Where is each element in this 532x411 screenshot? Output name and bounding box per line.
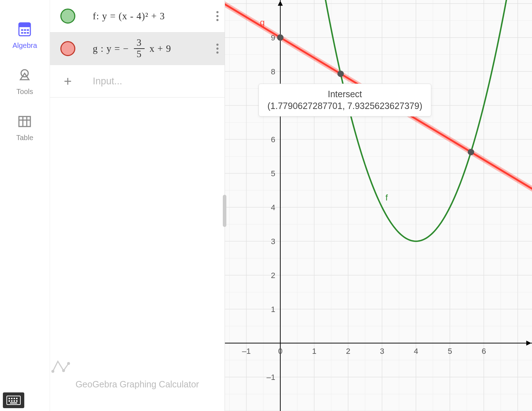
input-row[interactable]: + Input... xyxy=(50,65,225,98)
svg-point-122 xyxy=(337,70,344,77)
svg-rect-133 xyxy=(10,402,17,403)
intersect-tooltip: Intersect (1.7790627287701, 7.9325623627… xyxy=(259,84,431,117)
sidebar: Algebra Tools Table xyxy=(0,0,50,411)
visibility-toggle-f[interactable] xyxy=(60,9,75,24)
nav-tools-label: Tools xyxy=(16,88,33,96)
tooltip-coords: (1.7790627287701, 7.9325623627379) xyxy=(267,101,422,111)
svg-rect-125 xyxy=(9,398,10,399)
svg-point-14 xyxy=(62,369,65,372)
svg-rect-6 xyxy=(24,32,26,34)
panel-resize-handle[interactable] xyxy=(223,195,226,227)
svg-rect-7 xyxy=(27,32,29,34)
svg-marker-98 xyxy=(278,1,283,6)
svg-text:f: f xyxy=(386,193,388,202)
expression-row-g[interactable]: g : y = − 35 x + 9 xyxy=(50,33,225,65)
svg-text:0: 0 xyxy=(278,347,282,356)
row-menu-f[interactable] xyxy=(210,11,225,21)
svg-text:–1: –1 xyxy=(242,347,251,356)
svg-text:g: g xyxy=(260,18,265,27)
tooltip-title: Intersect xyxy=(267,89,422,99)
svg-text:4: 4 xyxy=(414,347,418,356)
expression-input[interactable]: Input... xyxy=(86,76,225,87)
expression-row-f[interactable]: f: y = (x - 4)² + 3 xyxy=(50,0,225,33)
svg-marker-97 xyxy=(526,341,531,346)
svg-rect-129 xyxy=(9,400,10,402)
svg-point-121 xyxy=(277,34,283,41)
svg-text:5: 5 xyxy=(271,169,275,178)
svg-text:2: 2 xyxy=(271,271,275,280)
nav-tools[interactable]: Tools xyxy=(16,68,33,96)
algebra-panel: f: y = (x - 4)² + 3 g : y = − 35 x + 9 +… xyxy=(50,0,225,411)
expression-f[interactable]: f: y = (x - 4)² + 3 xyxy=(86,11,210,22)
svg-text:–1: –1 xyxy=(267,373,275,382)
svg-point-123 xyxy=(468,149,474,155)
watermark: GeoGebra Graphing Calculator xyxy=(50,357,225,390)
nav-table-label: Table xyxy=(16,134,33,142)
svg-text:8: 8 xyxy=(271,67,275,76)
add-expression-button[interactable]: + xyxy=(50,74,86,89)
nav-algebra[interactable]: Algebra xyxy=(12,21,37,50)
svg-rect-132 xyxy=(16,400,17,402)
svg-rect-130 xyxy=(11,400,12,402)
svg-rect-9 xyxy=(19,117,30,127)
svg-text:3: 3 xyxy=(271,237,275,246)
svg-rect-2 xyxy=(21,29,23,31)
svg-point-15 xyxy=(67,362,70,365)
svg-text:6: 6 xyxy=(482,347,486,356)
svg-rect-1 xyxy=(19,23,30,27)
svg-rect-5 xyxy=(21,32,23,34)
graph-view[interactable]: –10123456–1123456789gf Intersect (1.7790… xyxy=(225,0,532,411)
svg-rect-4 xyxy=(27,29,29,31)
watermark-icon xyxy=(50,357,71,375)
svg-text:1: 1 xyxy=(312,347,316,356)
keyboard-button[interactable] xyxy=(3,392,24,408)
svg-rect-127 xyxy=(14,398,15,399)
row-menu-g[interactable] xyxy=(210,44,225,54)
svg-rect-3 xyxy=(24,29,26,31)
svg-rect-126 xyxy=(11,398,12,399)
nav-table[interactable]: Table xyxy=(16,114,33,142)
table-icon xyxy=(17,114,32,129)
svg-text:1: 1 xyxy=(271,305,275,314)
svg-text:5: 5 xyxy=(448,347,452,356)
nav-algebra-label: Algebra xyxy=(12,41,37,50)
watermark-text: GeoGebra Graphing Calculator xyxy=(50,379,225,390)
svg-rect-131 xyxy=(14,400,15,402)
expression-g[interactable]: g : y = − 35 x + 9 xyxy=(86,38,210,59)
svg-text:6: 6 xyxy=(271,135,275,144)
svg-rect-128 xyxy=(16,398,17,399)
graph-canvas[interactable]: –10123456–1123456789gf xyxy=(225,0,532,411)
keyboard-icon xyxy=(6,396,21,405)
visibility-toggle-g[interactable] xyxy=(60,41,75,56)
svg-text:3: 3 xyxy=(380,347,384,356)
svg-text:2: 2 xyxy=(346,347,350,356)
svg-text:4: 4 xyxy=(271,203,275,212)
svg-point-13 xyxy=(51,370,54,373)
calculator-icon xyxy=(17,21,32,37)
tools-icon xyxy=(17,68,32,83)
